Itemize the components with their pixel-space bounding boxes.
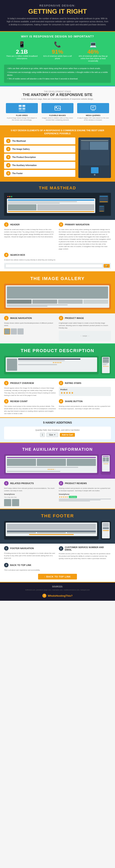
rating-stars-title: 2 RATING STARS <box>59 381 111 385</box>
aux-phone: ★★★★ <box>101 454 111 474</box>
fluid-grids-icon <box>6 103 38 113</box>
handy-subtitle: Quantity Field, Size Dropdown, and Add t… <box>6 429 109 431</box>
rel-prod-1 <box>7 459 36 466</box>
p-footer <box>99 211 104 211</box>
search-label: SEARCH BOX <box>10 254 25 256</box>
stat-2: 📞 91% 91% of American adults have a cell… <box>42 41 74 62</box>
image-nav-num: 1 <box>4 316 8 320</box>
masthead-devices <box>98 194 109 214</box>
aux-browser: ★★★★☆ <box>4 454 99 474</box>
product-phone-mock: ★★★★ <box>101 356 111 374</box>
auxiliary-banner: THE AUXILIARY INFORMATION ★★★★☆ <box>0 443 115 478</box>
header-num: 1 <box>4 222 8 227</box>
stat-3-text: 46% of American adults say they go onlin… <box>77 55 109 62</box>
related-products-text: Don't keep visitors from relevant produc… <box>4 487 56 492</box>
related-items <box>4 499 56 506</box>
hero-subtitle: RESPONSIVE DESIGN: <box>6 4 109 7</box>
review-star-display: ★★★★★ <box>59 496 68 498</box>
customer-service-title: 2 CUSTOMER SERVICE NUMBER AND EMAIL <box>59 546 111 551</box>
product-reviews-title: 2 PRODUCT REVIEWS <box>59 481 111 486</box>
rel-prod-2 <box>37 459 66 466</box>
header-text: Should be small and simple in order to k… <box>4 228 56 238</box>
brand-icon: ? <box>42 594 46 598</box>
handy-additions-section: 5 HANDY ADDITIONS Quantity Field, Size D… <box>0 418 115 442</box>
why-section: WHY IS RESPONSIVE DESIGN SO IMPORTANT? 📱… <box>0 32 115 86</box>
back-to-top-label: BACK TO TOP LINK <box>10 564 31 566</box>
footer-product-area <box>7 524 96 530</box>
search-box-section: 4 SEARCH BOX A search box allows visitor… <box>4 253 111 269</box>
thumb-2 <box>32 300 57 304</box>
review-line-1 <box>7 467 78 468</box>
search-num: 4 <box>4 253 8 257</box>
related-products-label: RELATED PRODUCTS <box>10 482 34 485</box>
svg-rect-2 <box>19 108 22 110</box>
header-label: HEADER <box>10 223 20 226</box>
masthead-col-2: 3 PRIMARY NAVIGATION Or main menu can be… <box>59 222 111 250</box>
fp-back-top <box>103 530 109 531</box>
aux-phone-content: ★★★★ <box>102 455 110 471</box>
back-to-top-button[interactable]: ↑ BACK TO TOP LINK <box>38 574 77 580</box>
primary-nav-label: PRIMARY NAVIGATION <box>65 223 90 226</box>
mock-content-area <box>81 142 108 150</box>
search-text: A search box allows visitors to jump dir… <box>4 259 111 261</box>
bullet-3: 78% of mobile owners will abandon a site… <box>7 77 108 81</box>
share-col: 4 SHARE BUTTON Sharing content and produ… <box>59 399 111 415</box>
handy-controls: 1 Size ▼ Add to Cart <box>6 433 109 437</box>
auxiliary-details: 1 RELATED PRODUCTS Don't keep visitors f… <box>0 478 115 508</box>
phone-screen-small <box>99 206 105 212</box>
search-input-mock <box>5 264 103 268</box>
gallery-col-2: 2 PRODUCT IMAGE A lightweight script cal… <box>59 316 111 341</box>
why-bullets: 58% can their cell phone to go online, 6… <box>4 65 111 83</box>
image-gallery-details: 1 IMAGE NAVIGATION Simply shows visitors… <box>0 313 115 343</box>
back-to-top-num: 3 <box>4 563 8 567</box>
related-products-mockup: Smartphone You may also like <box>4 493 56 506</box>
product-phone-content: ★★★★ <box>102 357 110 373</box>
image-nav-section-title: 1 IMAGE NAVIGATION <box>4 316 56 320</box>
prod-line-2 <box>18 364 57 365</box>
fp-footer-nav <box>103 528 109 528</box>
footer-banner: The Footer <box>0 509 115 544</box>
fluid-grids-desc: A percentage based design that adapts to… <box>6 117 38 121</box>
anatomy-items: FLUID GRIDS A percentage based design th… <box>4 103 111 121</box>
t-header <box>100 196 108 196</box>
product-reviews-text: Sharing content and products on social n… <box>59 487 111 492</box>
review-text-2 <box>59 500 100 500</box>
related-item-2 <box>12 499 19 506</box>
related-item-1 <box>4 499 11 506</box>
back-to-top-bar <box>29 534 74 535</box>
primary-nav-section-title: 3 PRIMARY NAVIGATION <box>59 222 111 227</box>
gallery-col-1: 1 IMAGE NAVIGATION Simply shows visitors… <box>4 316 56 341</box>
product-browser-mock: ★★★★★ <box>4 356 99 374</box>
svg-rect-1 <box>22 105 25 107</box>
footer-links <box>7 532 96 533</box>
footer-nav-bar <box>7 531 96 532</box>
auxiliary-cols: 1 RELATED PRODUCTS Don't keep visitors f… <box>4 481 111 506</box>
five-key-item-3: 3 The Product Description <box>4 154 75 161</box>
add-to-cart-button[interactable]: Add to Cart <box>60 433 75 437</box>
rating-col: 2 RATING STARS Product ★★★★★ <box>59 381 111 397</box>
share-button-label: SHARE BUTTON <box>65 400 83 403</box>
star-display: ★★★★★ <box>61 391 110 395</box>
share-button-num: 4 <box>59 399 63 404</box>
review-text-1 <box>59 499 111 499</box>
related-products-col: 1 RELATED PRODUCTS Don't keep visitors f… <box>4 481 56 506</box>
footer-link-2 <box>37 532 66 533</box>
dropdown-arrow-icon: ▼ <box>54 434 55 436</box>
smartphone-label: Smartphone <box>4 493 56 495</box>
rating-stars-mock: Product ★★★★★ <box>59 387 111 396</box>
stat-1-text: There are 2.1 billion mobile broadband s… <box>6 55 38 60</box>
size-dropdown[interactable]: Size ▼ <box>46 433 58 437</box>
customer-service-text: Provides access (click to call) This sec… <box>59 553 111 560</box>
gallery-preview <box>4 284 111 309</box>
thumb-3 <box>58 300 83 304</box>
aux-content: ★★★★☆ <box>6 456 97 473</box>
bullet-1: 58% can their cell phone to go online, 6… <box>7 67 108 70</box>
ap-prod-2 <box>106 457 109 461</box>
bullet-2: Consumers are increasingly using mobile … <box>7 70 108 77</box>
phone-button <box>94 174 95 176</box>
product-desc-banner: THE PRODUCT DESCRIPTION ★★★★★ <box>0 344 115 378</box>
quantity-field[interactable]: 1 <box>40 433 45 437</box>
product-desc-details: 1 PRODUCT OVERVIEW Should appear above t… <box>0 378 115 417</box>
review-rating-row: ★★★★★ 4 Review <box>59 496 111 498</box>
customer-service-col: 2 CUSTOMER SERVICE NUMBER AND EMAIL Prov… <box>59 546 111 560</box>
